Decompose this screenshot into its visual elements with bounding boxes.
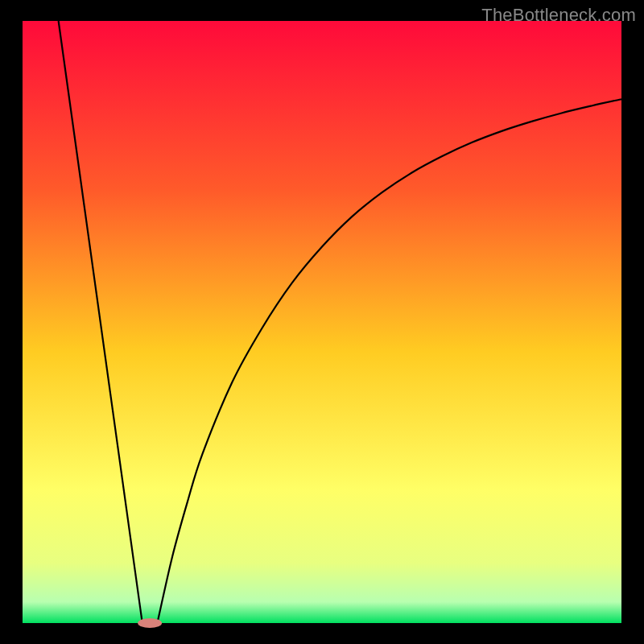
bottleneck-marker [138,618,162,628]
chart-plot-background [23,21,621,623]
watermark-text: TheBottleneck.com [481,5,636,26]
chart-svg [0,0,644,644]
bottleneck-chart: TheBottleneck.com [0,0,644,644]
